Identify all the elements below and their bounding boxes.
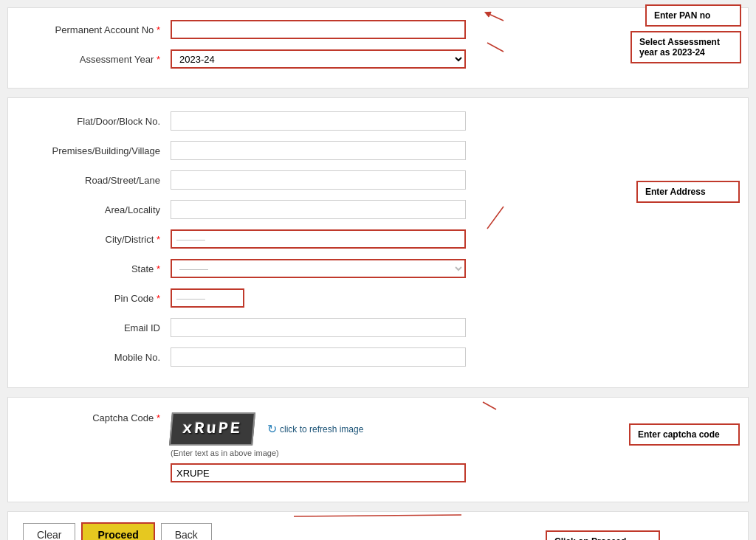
premises-input[interactable] <box>171 141 466 160</box>
proceed-button[interactable]: Proceed <box>81 522 154 540</box>
address-section: Flat/Door/Block No. Premises/Building/Vi… <box>7 97 749 388</box>
captcha-input[interactable] <box>171 463 466 482</box>
road-input[interactable] <box>171 170 466 190</box>
city-label: City/District * <box>23 234 171 245</box>
pan-label: Permanent Account No * <box>23 24 171 35</box>
buttons-section: Clear Proceed Back <box>7 511 749 540</box>
assessment-year-select[interactable]: 2023-24 2022-23 2021-22 2020-21 <box>171 49 466 69</box>
assessment-year-label: Assessment Year * <box>23 54 171 65</box>
page-wrapper: Permanent Account No * Assessment Year *… <box>0 0 756 540</box>
clear-button[interactable]: Clear <box>23 523 75 540</box>
captcha-row: Captcha Code * xRuPE ↻ click to refresh … <box>23 409 733 482</box>
captcha-image: xRuPE ↻ click to refresh image <box>171 412 466 446</box>
captcha-refresh-button[interactable]: ↻ click to refresh image <box>267 422 363 436</box>
captcha-text-image: xRuPE <box>169 412 255 446</box>
mobile-label: Mobile No. <box>23 352 171 363</box>
state-select[interactable]: ——— Maharashtra Delhi Karnataka <box>171 259 466 278</box>
email-label: Email ID <box>23 322 171 333</box>
pincode-label: Pin Code * <box>23 293 171 304</box>
back-button[interactable]: Back <box>161 523 212 540</box>
captcha-label: Captcha Code * <box>23 412 171 423</box>
city-input[interactable] <box>171 229 466 249</box>
state-row: State * ——— Maharashtra Delhi Karnataka <box>23 257 733 280</box>
assessment-year-required: * <box>157 54 160 65</box>
pincode-row: Pin Code * <box>23 287 733 309</box>
pan-row: Permanent Account No * <box>23 18 733 41</box>
refresh-label: click to refresh image <box>280 424 363 435</box>
road-label: Road/Street/Lane <box>23 175 171 186</box>
area-label: Area/Locality <box>23 204 171 215</box>
pan-section: Permanent Account No * Assessment Year *… <box>7 7 749 89</box>
email-input[interactable] <box>171 318 466 337</box>
captcha-image-area: xRuPE ↻ click to refresh image (Enter te… <box>171 412 466 482</box>
pincode-input[interactable] <box>171 288 244 308</box>
area-input[interactable] <box>171 200 466 219</box>
pan-required: * <box>157 24 160 35</box>
mobile-input[interactable] <box>171 347 466 367</box>
pan-input[interactable] <box>171 20 466 39</box>
state-label: State * <box>23 263 171 274</box>
road-row: Road/Street/Lane <box>23 169 733 191</box>
captcha-section: Captcha Code * xRuPE ↻ click to refresh … <box>7 397 749 502</box>
mobile-row: Mobile No. <box>23 346 733 368</box>
area-row: Area/Locality <box>23 198 733 221</box>
refresh-icon: ↻ <box>267 422 277 436</box>
captcha-hint: (Enter text as in above image) <box>171 449 466 457</box>
premises-row: Premises/Building/Village <box>23 139 733 162</box>
email-row: Email ID <box>23 316 733 339</box>
premises-label: Premises/Building/Village <box>23 145 171 156</box>
assessment-year-row: Assessment Year * 2023-24 2022-23 2021-2… <box>23 48 733 70</box>
flat-input[interactable] <box>171 111 466 131</box>
button-row: Clear Proceed Back <box>8 512 748 540</box>
city-row: City/District * <box>23 228 733 250</box>
flat-label: Flat/Door/Block No. <box>23 116 171 127</box>
flat-row: Flat/Door/Block No. <box>23 110 733 132</box>
